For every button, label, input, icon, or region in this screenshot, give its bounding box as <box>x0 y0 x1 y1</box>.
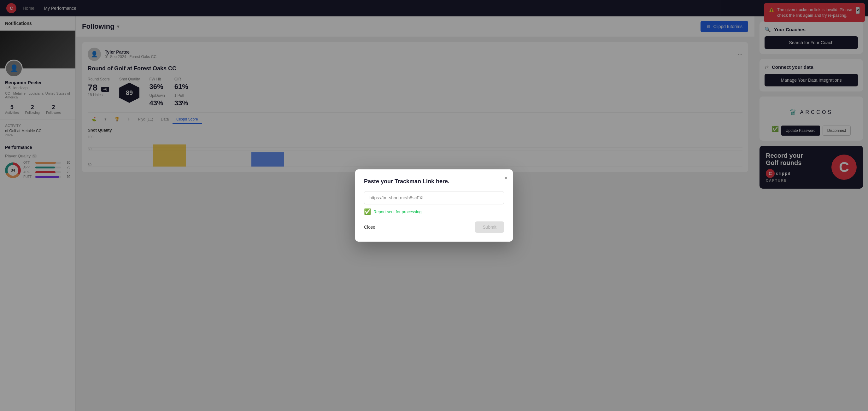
modal-overlay[interactable]: Paste your Trackman Link here. × ✅ Repor… <box>0 0 868 411</box>
modal-actions: Close Submit <box>364 221 504 233</box>
modal-submit-button[interactable]: Submit <box>475 221 504 233</box>
trackman-modal: Paste your Trackman Link here. × ✅ Repor… <box>355 169 513 242</box>
success-check-icon: ✅ <box>364 208 371 215</box>
modal-title: Paste your Trackman Link here. <box>364 178 504 185</box>
trackman-link-input[interactable] <box>364 191 504 204</box>
modal-close-button[interactable]: Close <box>364 225 375 230</box>
modal-success-message: ✅ Report sent for processing <box>364 208 504 215</box>
modal-close-icon-button[interactable]: × <box>504 175 508 182</box>
